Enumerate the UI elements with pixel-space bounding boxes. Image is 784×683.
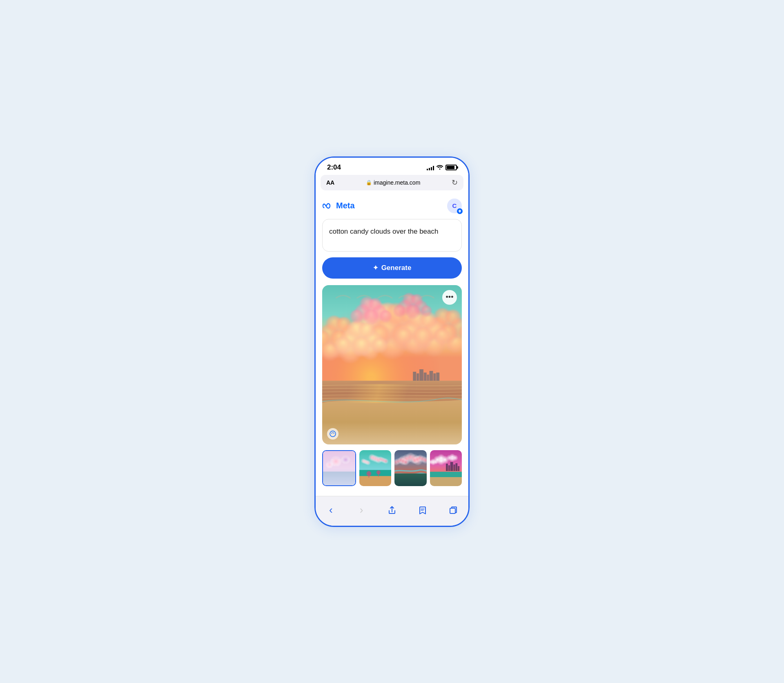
app-content: Meta C cotton candy clouds over the beac…: [316, 194, 468, 496]
browser-bottom-nav: [316, 496, 468, 526]
meta-badge-icon: [458, 210, 461, 213]
status-bar: 2:04: [316, 158, 468, 175]
bookmarks-icon: [418, 506, 427, 515]
back-icon: [329, 504, 333, 516]
share-icon: [388, 506, 396, 515]
prompt-input-area[interactable]: cotton candy clouds over the beach: [322, 219, 462, 252]
svg-rect-1: [450, 508, 455, 513]
watermark-icon: [327, 428, 339, 440]
main-image-container: •••: [322, 285, 462, 444]
forward-icon: [360, 504, 363, 516]
thumbnail-canvas-3: [394, 450, 427, 486]
share-button[interactable]: [383, 501, 401, 519]
lock-icon: 🔒: [366, 180, 372, 185]
sparkle-icon: ✦: [373, 264, 378, 272]
thumbnail-canvas-2: [359, 450, 392, 486]
thumbnail-3[interactable]: [394, 450, 427, 486]
signal-bar-4: [433, 166, 434, 170]
refresh-icon[interactable]: ↻: [452, 178, 458, 187]
battery-icon: [445, 165, 457, 170]
battery-fill: [447, 166, 454, 169]
phone-wrapper: 2:04: [306, 140, 478, 543]
meta-logo-icon: [322, 203, 334, 209]
phone-frame: 2:04: [314, 156, 470, 527]
back-button[interactable]: [322, 501, 340, 519]
meta-logo: Meta: [322, 201, 355, 210]
signal-bar-1: [427, 169, 428, 170]
generate-button[interactable]: ✦ Generate: [322, 257, 462, 279]
wifi-icon: [437, 164, 443, 171]
status-time: 2:04: [327, 163, 341, 172]
thumbnail-canvas-1: [323, 451, 355, 485]
browser-bar: AA 🔒 imagine.meta.com ↻: [321, 175, 463, 190]
browser-aa-label[interactable]: AA: [326, 179, 334, 186]
meta-logo-text: Meta: [336, 201, 355, 210]
meta-header: Meta C: [322, 194, 462, 219]
more-options-button[interactable]: •••: [442, 290, 457, 305]
svg-point-0: [330, 431, 336, 437]
meta-avatar[interactable]: C: [447, 199, 462, 213]
signal-bar-2: [429, 168, 430, 170]
bookmarks-button[interactable]: [414, 501, 432, 519]
browser-url: imagine.meta.com: [374, 179, 420, 186]
avatar-letter: C: [452, 202, 457, 209]
browser-url-area[interactable]: 🔒 imagine.meta.com: [366, 179, 420, 186]
thumbnail-strip: [322, 450, 462, 486]
tabs-button[interactable]: [444, 501, 462, 519]
status-icons: [427, 164, 457, 171]
forward-button[interactable]: [352, 501, 370, 519]
thumbnail-2[interactable]: [359, 450, 392, 486]
thumbnail-canvas-4: [430, 450, 462, 486]
meta-avatar-badge: [457, 208, 463, 214]
tabs-icon: [449, 506, 458, 515]
prompt-text: cotton candy clouds over the beach: [329, 228, 438, 235]
thumbnail-4[interactable]: [430, 450, 462, 486]
generate-label: Generate: [381, 264, 412, 272]
thumbnail-1[interactable]: [322, 450, 356, 486]
main-image-canvas: [322, 285, 462, 444]
signal-bar-3: [431, 167, 432, 170]
signal-bars-icon: [427, 165, 434, 170]
